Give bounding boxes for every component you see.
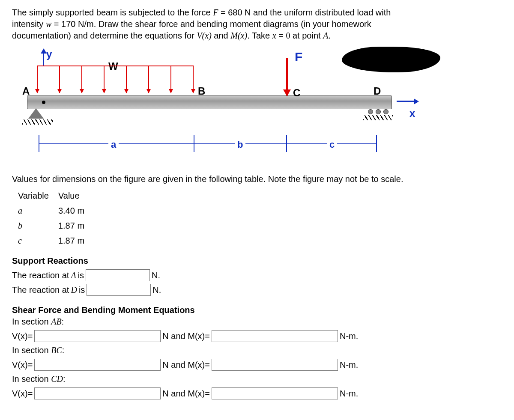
reaction-D-row: The reaction at D is N. xyxy=(12,284,502,296)
V-BC-input[interactable] xyxy=(34,359,161,371)
table-row: c 1.87 m xyxy=(16,233,92,248)
text: The simply supported beam is subjected t… xyxy=(12,8,213,17)
dimensions-table: Variable Value a 3.40 m b 1.87 m c 1.87 … xyxy=(16,188,92,248)
dim-label-b: b xyxy=(235,138,245,151)
load-arrow-icon xyxy=(81,66,82,93)
text: = xyxy=(218,8,228,17)
table-header-value: Value xyxy=(57,188,92,203)
section-BC-inputs: V(x)= N and M(x)= N-m. xyxy=(12,359,502,371)
roller-support-icon xyxy=(363,109,393,120)
reaction-A-row: The reaction at A is N. xyxy=(12,269,502,281)
symbol-BC: BC xyxy=(51,346,62,355)
pin-support-icon xyxy=(25,108,51,124)
symbol-AB: AB xyxy=(51,317,61,326)
unit: N-m. xyxy=(340,388,358,399)
symbol-D: D xyxy=(71,284,77,296)
text: is xyxy=(78,270,84,281)
text: In section xyxy=(12,317,51,326)
section-CD-label: In section CD: xyxy=(12,373,502,385)
text: and the uniform distributed load with xyxy=(251,8,391,17)
section-AB-label: In section AB: xyxy=(12,316,502,328)
load-arrow-icon xyxy=(148,66,149,93)
label-Mx: N and M(x)= xyxy=(162,388,210,399)
dim-tick xyxy=(376,135,377,152)
value-zero: 0 xyxy=(286,31,290,40)
load-arrow-icon xyxy=(104,66,105,93)
text: : xyxy=(62,317,64,326)
label-D: D xyxy=(374,84,381,98)
text: documentation) and determine the equatio… xyxy=(12,31,197,40)
text: : xyxy=(63,374,66,384)
unit: N-m. xyxy=(340,359,358,371)
load-arrow-icon xyxy=(126,66,127,93)
load-arrow-icon xyxy=(193,66,194,93)
distributed-load-top xyxy=(37,66,193,66)
V-AB-input[interactable] xyxy=(34,330,161,342)
label-W: W xyxy=(108,60,118,73)
label-Mx: N and M(x)= xyxy=(162,359,210,371)
point-dot xyxy=(42,101,45,104)
reaction-D-input[interactable] xyxy=(87,284,151,296)
symbol-Vx: V(x) xyxy=(197,31,211,40)
support-reactions-heading: Support Reactions xyxy=(12,255,502,267)
label-Vx: V(x)= xyxy=(12,388,33,399)
beam-body xyxy=(27,95,392,109)
force-F-arrow xyxy=(286,58,288,95)
label-Vx: V(x)= xyxy=(12,359,33,371)
label-A: A xyxy=(22,84,30,98)
text: = xyxy=(51,19,61,29)
beam-figure: y W F A B C D x a b c xyxy=(12,45,440,165)
symbol-F: F xyxy=(213,8,218,17)
var-cell: a xyxy=(16,203,57,218)
dim-label-a: a xyxy=(108,138,119,151)
text: In section xyxy=(12,374,51,384)
M-AB-input[interactable] xyxy=(212,330,338,342)
text: at point xyxy=(290,31,323,40)
table-header-variable: Variable xyxy=(16,188,57,203)
x-axis-arrow xyxy=(397,101,418,102)
unit: N. xyxy=(152,270,160,281)
table-row: a 3.40 m xyxy=(16,203,92,218)
text: . Draw the shear force and bending momen… xyxy=(94,19,371,29)
section-AB-inputs: V(x)= N and M(x)= N-m. xyxy=(12,330,502,342)
text: : xyxy=(62,346,65,355)
value-w: 170 N/m xyxy=(61,19,94,29)
symbol-A: A xyxy=(323,31,328,40)
val-cell: 1.87 m xyxy=(57,218,92,233)
value-F: 680 N xyxy=(228,8,251,17)
text: The reaction at xyxy=(12,284,69,296)
dimensions-note: Values for dimensions on the figure are … xyxy=(12,173,502,185)
text: is xyxy=(79,284,85,296)
V-CD-input[interactable] xyxy=(34,387,161,399)
var-cell: b xyxy=(16,218,57,233)
redaction-blob xyxy=(342,47,440,72)
text: The reaction at xyxy=(12,270,69,281)
section-CD-inputs: V(x)= N and M(x)= N-m. xyxy=(12,387,502,399)
text: . Take xyxy=(247,31,272,40)
label-y: y xyxy=(46,48,52,61)
y-axis-arrow xyxy=(43,49,44,66)
val-cell: 1.87 m xyxy=(57,233,92,248)
load-arrow-icon xyxy=(170,66,171,93)
reaction-A-input[interactable] xyxy=(86,269,150,281)
val-cell: 3.40 m xyxy=(57,203,92,218)
text: intensity xyxy=(12,19,46,29)
M-BC-input[interactable] xyxy=(212,359,338,371)
label-x: x xyxy=(409,107,415,120)
load-arrow-icon xyxy=(37,66,38,93)
text: = xyxy=(276,31,286,40)
problem-statement: The simply supported beam is subjected t… xyxy=(12,7,502,42)
symbol-w: w xyxy=(46,19,51,29)
var-cell: c xyxy=(16,233,57,248)
label-C: C xyxy=(293,86,300,100)
symbol-CD: CD xyxy=(51,374,63,384)
load-arrow-icon xyxy=(59,66,60,93)
section-BC-label: In section BC: xyxy=(12,345,502,356)
label-B: B xyxy=(198,84,205,98)
symbol-A: A xyxy=(71,270,76,281)
equations-heading: Shear Force and Bending Moment Equations xyxy=(12,304,502,316)
dim-label-c: c xyxy=(327,138,337,151)
M-CD-input[interactable] xyxy=(212,387,338,399)
table-row: b 1.87 m xyxy=(16,218,92,233)
unit: N. xyxy=(152,284,161,296)
